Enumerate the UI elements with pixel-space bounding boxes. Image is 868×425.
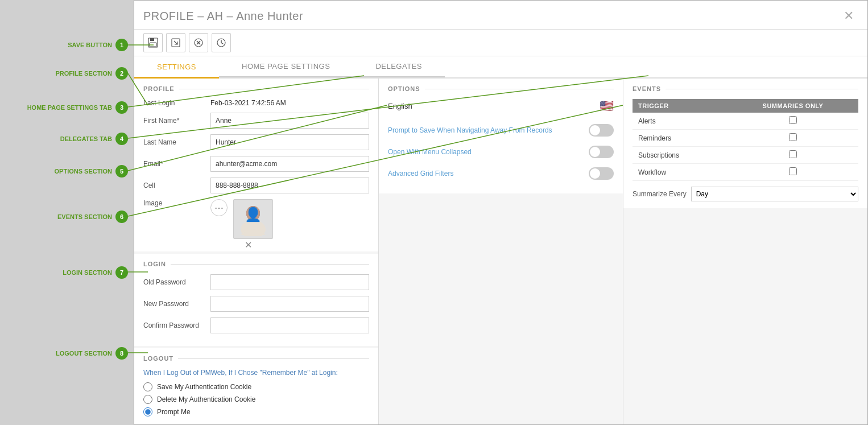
advanced-grid-toggle[interactable] xyxy=(589,167,614,180)
ellipsis-icon: ⋯ xyxy=(214,203,224,213)
last-name-input[interactable] xyxy=(210,134,369,150)
annotation-area: SAVE BUTTON 1 PROFILE SECTION 2 HOME PAG… xyxy=(0,0,134,425)
summarize-label: Summarize Every xyxy=(633,190,687,198)
old-password-label: Old Password xyxy=(143,278,206,286)
radio-delete-cookie: Delete My Authentication Cookie xyxy=(143,395,369,404)
email-row: Email* xyxy=(143,156,369,172)
open-menu-label: Open With Menu Collapsed xyxy=(388,148,472,156)
event-checkbox-cell xyxy=(728,113,858,130)
language-label: English xyxy=(388,102,412,110)
event-checkbox-cell xyxy=(728,147,858,164)
svg-text:👤: 👤 xyxy=(245,206,262,222)
annotation-7: LOGIN SECTION 7 xyxy=(63,266,128,279)
advanced-grid-row: Advanced Grid Filters xyxy=(388,167,614,180)
first-name-input[interactable] xyxy=(210,113,369,129)
logout-description: When I Log Out of PMWeb, If I Chose "Rem… xyxy=(143,369,369,377)
language-row: English 🇺🇸 xyxy=(388,99,614,113)
image-label: Image xyxy=(143,199,206,207)
annotation-3: HOME PAGE SETTINGS TAB 3 xyxy=(27,101,128,114)
event-checkbox-cell xyxy=(728,130,858,147)
event-checkbox[interactable] xyxy=(789,150,797,158)
new-password-input[interactable] xyxy=(210,296,369,312)
annotation-circle-5: 5 xyxy=(115,165,128,178)
annotation-1: SAVE BUTTON 1 xyxy=(68,39,128,51)
annotation-circle-6: 6 xyxy=(115,211,128,223)
event-checkbox[interactable] xyxy=(789,116,797,124)
table-row: Workflow xyxy=(633,164,858,181)
open-menu-row: Open With Menu Collapsed xyxy=(388,146,614,158)
last-login-row: Last Login Feb-03-2021 7:42:56 AM xyxy=(143,99,369,107)
export-button[interactable] xyxy=(166,33,185,52)
prompt-save-label: Prompt to Save When Navigating Away From… xyxy=(388,126,552,134)
svg-rect-2 xyxy=(150,43,156,47)
cancel-button[interactable] xyxy=(189,33,208,52)
event-label: Reminders xyxy=(633,130,728,147)
radio-save-cookie: Save My Authentication Cookie xyxy=(143,382,369,391)
confirm-password-input[interactable] xyxy=(210,317,369,333)
main-dialog: PROFILE – AH – Anne Hunter ✕ xyxy=(134,0,868,425)
radio-delete-cookie-input[interactable] xyxy=(143,395,152,404)
save-button[interactable] xyxy=(143,33,163,52)
left-column: PROFILE Last Login Feb-03-2021 7:42:56 A… xyxy=(134,79,379,424)
content-area: PROFILE Last Login Feb-03-2021 7:42:56 A… xyxy=(134,79,867,424)
cell-row: Cell xyxy=(143,178,369,193)
radio-save-cookie-input[interactable] xyxy=(143,382,152,391)
old-password-row: Old Password xyxy=(143,274,369,290)
options-section-header: OPTIONS xyxy=(388,85,614,92)
old-password-input[interactable] xyxy=(210,274,369,290)
export-icon xyxy=(171,38,181,48)
delete-image-button[interactable]: ✕ xyxy=(245,240,252,250)
tab-settings[interactable]: SETTINGS xyxy=(134,56,219,79)
email-label: Email* xyxy=(143,160,206,168)
tab-home-page-settings[interactable]: HOME PAGE SETTINGS xyxy=(219,56,353,77)
radio-prompt-me-input[interactable] xyxy=(143,407,152,416)
dialog-header: PROFILE – AH – Anne Hunter ✕ xyxy=(134,1,867,30)
events-table: TRIGGER SUMMARIES ONLY Alerts Reminders … xyxy=(633,99,858,181)
annotation-circle-3: 3 xyxy=(115,101,128,114)
annotation-circle-8: 8 xyxy=(115,347,128,360)
prompt-save-toggle[interactable] xyxy=(589,124,614,137)
new-password-row: New Password xyxy=(143,296,369,312)
image-menu-button[interactable]: ⋯ xyxy=(210,199,228,216)
event-checkbox[interactable] xyxy=(789,133,797,141)
open-menu-slider xyxy=(589,146,614,158)
last-login-value: Feb-03-2021 7:42:56 AM xyxy=(210,99,286,107)
toolbar xyxy=(134,30,867,56)
table-row: Alerts xyxy=(633,113,858,130)
svg-rect-1 xyxy=(150,38,154,41)
open-menu-toggle[interactable] xyxy=(589,146,614,158)
image-area: ⋯ xyxy=(210,199,369,239)
history-button[interactable] xyxy=(212,33,231,52)
last-name-label: Last Name xyxy=(143,138,206,146)
last-name-row: Last Name xyxy=(143,134,369,150)
annotation-6: EVENTS SECTION 6 xyxy=(57,211,128,223)
events-section-header: EVENTS xyxy=(633,85,858,92)
clock-icon xyxy=(216,38,226,48)
event-label: Subscriptions xyxy=(633,147,728,164)
confirm-password-label: Confirm Password xyxy=(143,321,206,329)
first-name-label: First Name* xyxy=(143,117,206,125)
confirm-password-row: Confirm Password xyxy=(143,317,369,333)
tab-delegates[interactable]: DELEGATES xyxy=(353,56,445,77)
profile-image-container: 👤 ✕ xyxy=(233,199,273,239)
tabs-container: SETTINGS HOME PAGE SETTINGS DELEGATES xyxy=(134,56,867,79)
cancel-icon xyxy=(193,38,204,48)
profile-image: 👤 xyxy=(233,199,273,239)
annotation-circle-7: 7 xyxy=(115,266,128,279)
profile-photo: 👤 xyxy=(236,202,270,236)
flag-icon: 🇺🇸 xyxy=(600,99,614,113)
radio-save-cookie-label: Save My Authentication Cookie xyxy=(157,383,251,391)
profile-section-header: PROFILE xyxy=(143,85,369,92)
annotation-4: DELEGATES TAB 4 xyxy=(60,133,128,145)
event-checkbox[interactable] xyxy=(789,167,797,175)
annotation-2: PROFILE SECTION 2 xyxy=(55,67,128,80)
advanced-grid-label: Advanced Grid Filters xyxy=(388,170,453,178)
options-section: OPTIONS English 🇺🇸 Prompt to Save When N… xyxy=(379,79,623,193)
email-input[interactable] xyxy=(210,156,369,172)
logout-section: LOGOUT When I Log Out of PMWeb, If I Cho… xyxy=(134,348,378,424)
cell-input[interactable] xyxy=(210,178,369,193)
event-checkbox-cell xyxy=(728,164,858,181)
summarize-select[interactable]: Day Week Month xyxy=(691,187,858,201)
right-column: EVENTS TRIGGER SUMMARIES ONLY Alerts Rem… xyxy=(623,79,867,424)
close-button[interactable]: ✕ xyxy=(839,7,858,24)
